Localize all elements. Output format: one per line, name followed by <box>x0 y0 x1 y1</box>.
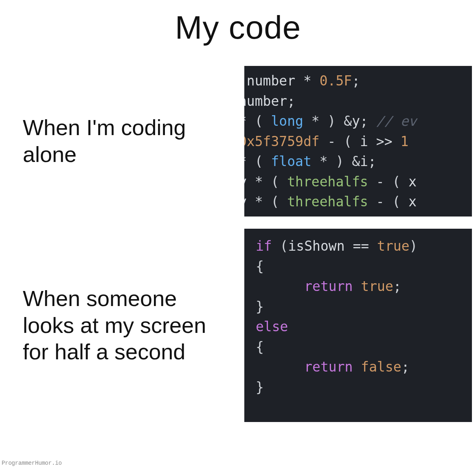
code-block-alone: number * 0.5F; number; * ( long * ) &y; … <box>244 66 472 217</box>
code-text: ( <box>272 238 288 254</box>
code-text: if <box>256 238 272 254</box>
code-text: isShown <box>288 238 345 254</box>
code-text: ; <box>352 73 360 89</box>
code-text <box>353 278 361 294</box>
code-text: number <box>244 73 303 89</box>
code-text: true <box>361 278 393 294</box>
code-text: // ev <box>376 113 417 129</box>
code-text: else <box>256 319 288 335</box>
code-text: threehalfs <box>287 174 368 190</box>
code-text: == <box>345 238 377 254</box>
code-text: { <box>256 339 264 355</box>
code-text: x <box>408 174 417 190</box>
code-text: 0x5f3759df <box>244 133 320 149</box>
page-title: My code <box>0 0 476 46</box>
code-text: ; <box>368 153 376 169</box>
code-text: return <box>304 278 353 294</box>
code-text: number <box>244 93 287 109</box>
code-text: false <box>361 359 401 375</box>
code-text: - ( <box>320 133 360 149</box>
code-text: true <box>377 238 409 254</box>
code-text: ; <box>287 93 295 109</box>
code-text: ( <box>247 113 271 129</box>
code-text: 1 <box>400 133 408 149</box>
code-text: * ( <box>247 174 287 190</box>
code-text: i <box>360 133 368 149</box>
row-coding-alone: When I'm coding alone number * 0.5F; num… <box>0 66 476 217</box>
code-text: ; <box>360 113 376 129</box>
code-text <box>353 359 361 375</box>
code-text: * <box>303 73 311 89</box>
code-text <box>256 278 304 294</box>
code-block-watched: if (isShown == true) { return true; } el… <box>244 229 472 422</box>
code-text: i <box>360 153 368 169</box>
code-text: - ( <box>368 194 408 210</box>
code-text: >> <box>368 133 400 149</box>
code-text: } <box>256 379 264 395</box>
code-text: - ( <box>368 174 408 190</box>
code-text: ; <box>393 278 401 294</box>
code-text: ( <box>247 153 271 169</box>
code-text <box>256 359 304 375</box>
code-text: threehalfs <box>287 194 368 210</box>
caption-coding-alone: When I'm coding alone <box>0 114 244 168</box>
row-someone-looks: When someone looks at my screen for half… <box>0 229 476 422</box>
code-text: ; <box>401 359 410 375</box>
code-text: 0.5F <box>320 73 352 89</box>
code-text: * ( <box>247 194 287 210</box>
code-text: float <box>271 153 311 169</box>
code-text: { <box>256 258 264 274</box>
caption-someone-looks: When someone looks at my screen for half… <box>0 285 244 366</box>
code-text: ) <box>410 238 418 254</box>
code-text: * ) & <box>311 153 360 169</box>
watermark: ProgrammerHumor.io <box>2 460 62 466</box>
code-text: x <box>408 194 417 210</box>
code-text: y <box>352 113 360 129</box>
code-text: return <box>304 359 353 375</box>
code-text <box>311 73 320 89</box>
code-text: } <box>256 299 264 315</box>
code-text: long <box>271 113 303 129</box>
code-text: * ) & <box>303 113 352 129</box>
